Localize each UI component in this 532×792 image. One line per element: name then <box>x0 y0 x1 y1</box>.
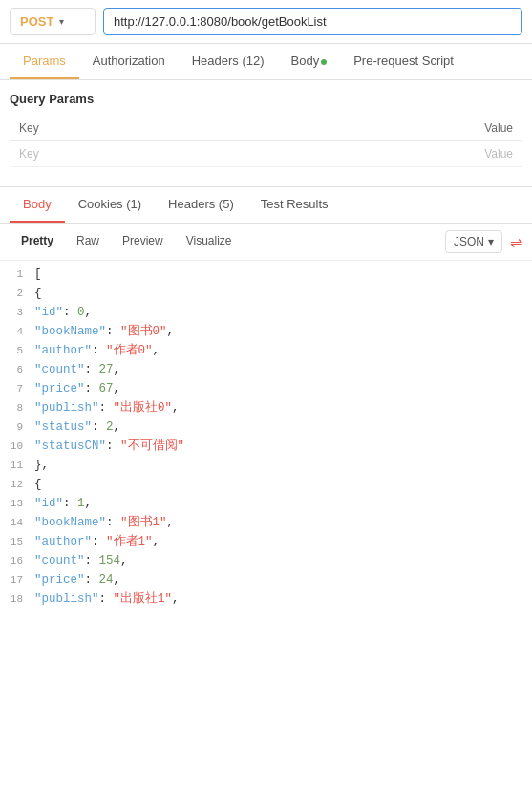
line-number: 9 <box>4 419 34 437</box>
line-number: 14 <box>4 515 34 532</box>
line-content: "price": 24, <box>34 570 528 589</box>
line-number: 6 <box>4 362 34 379</box>
tab-params[interactable]: Params <box>10 44 79 79</box>
tab-authorization[interactable]: Authorization <box>79 44 179 79</box>
line-content: "author": "作者0", <box>34 341 528 360</box>
line-content: { <box>34 475 528 494</box>
line-number: 3 <box>4 305 34 322</box>
json-line: 16 "count": 154, <box>0 551 532 570</box>
response-tabs-row: Body Cookies (1) Headers (5) Test Result… <box>0 187 532 224</box>
tab-prerequest[interactable]: Pre-request Script <box>340 44 467 79</box>
json-line: 18 "publish": "出版社1", <box>0 589 532 609</box>
params-placeholder-row: Key Value <box>10 141 522 167</box>
json-line: 6 "count": 27, <box>0 360 532 379</box>
line-number: 13 <box>4 496 34 513</box>
line-content: [ <box>34 265 528 284</box>
line-content: "publish": "出版社1", <box>34 589 528 609</box>
line-number: 2 <box>4 286 34 303</box>
view-pretty[interactable]: Pretty <box>10 229 65 254</box>
response-tab-headers[interactable]: Headers (5) <box>155 187 247 223</box>
json-line: 5 "author": "作者0", <box>0 341 532 360</box>
line-number: 10 <box>4 439 34 456</box>
line-content: "count": 27, <box>34 360 528 379</box>
json-line: 8 "publish": "出版社0", <box>0 398 532 417</box>
query-params-section: Query Params Key Value Key Value <box>0 80 532 167</box>
json-line: 17 "price": 24, <box>0 570 532 589</box>
json-line: 2 { <box>0 284 532 303</box>
json-line: 3 "id": 0, <box>0 303 532 322</box>
json-line: 14 "bookName": "图书1", <box>0 513 532 532</box>
query-params-title: Query Params <box>10 92 522 106</box>
json-line: 12 { <box>0 475 532 494</box>
view-raw[interactable]: Raw <box>65 229 111 254</box>
view-visualize[interactable]: Visualize <box>175 229 244 254</box>
response-tab-body[interactable]: Body <box>10 187 65 223</box>
line-number: 1 <box>4 267 34 284</box>
json-line: 7 "price": 67, <box>0 379 532 398</box>
json-line: 1[ <box>0 265 532 284</box>
line-number: 15 <box>4 534 34 551</box>
json-line: 13 "id": 1, <box>0 494 532 513</box>
line-number: 17 <box>4 572 34 589</box>
line-content: "status": 2, <box>34 417 528 437</box>
line-number: 18 <box>4 591 34 609</box>
line-content: "bookName": "图书0", <box>34 322 528 341</box>
line-content: "publish": "出版社0", <box>34 398 528 417</box>
params-table: Key Value Key Value <box>10 116 522 167</box>
format-select[interactable]: JSON ▾ <box>445 230 502 253</box>
line-content: "count": 154, <box>34 551 528 570</box>
format-label: JSON <box>454 235 484 248</box>
line-number: 12 <box>4 477 34 494</box>
line-content: "price": 67, <box>34 379 528 398</box>
params-value-placeholder[interactable]: Value <box>369 141 522 167</box>
format-chevron-icon: ▾ <box>488 235 494 248</box>
params-value-header: Value <box>369 116 522 141</box>
tab-headers[interactable]: Headers (12) <box>179 44 278 79</box>
request-tabs-row: Params Authorization Headers (12) Body P… <box>0 44 532 80</box>
response-tab-cookies[interactable]: Cookies (1) <box>65 187 155 223</box>
json-line: 11 }, <box>0 456 532 475</box>
line-number: 11 <box>4 458 34 475</box>
json-viewer: 1[2 {3 "id": 0,4 "bookName": "图书0",5 "au… <box>0 261 532 612</box>
wrap-icon[interactable]: ⇌ <box>510 233 522 251</box>
line-number: 4 <box>4 324 34 341</box>
body-dot-indicator <box>321 59 327 65</box>
json-line: 9 "status": 2, <box>0 417 532 437</box>
method-label: POST <box>20 14 53 29</box>
line-content: { <box>34 284 528 303</box>
chevron-down-icon: ▾ <box>59 16 64 27</box>
line-content: "id": 0, <box>34 303 528 322</box>
tab-body[interactable]: Body <box>278 44 341 79</box>
view-bar: Pretty Raw Preview Visualize JSON ▾ ⇌ <box>0 224 532 261</box>
tab-headers-label: Headers (12) <box>192 54 265 68</box>
params-key-placeholder[interactable]: Key <box>10 141 369 167</box>
response-tab-testresults[interactable]: Test Results <box>247 187 342 223</box>
line-number: 5 <box>4 343 34 360</box>
view-preview[interactable]: Preview <box>111 229 175 254</box>
line-number: 8 <box>4 400 34 417</box>
line-content: "id": 1, <box>34 494 528 513</box>
params-key-header: Key <box>10 116 369 141</box>
line-content: }, <box>34 456 528 475</box>
line-content: "statusCN": "不可借阅" <box>34 437 528 456</box>
json-line: 15 "author": "作者1", <box>0 532 532 551</box>
line-content: "bookName": "图书1", <box>34 513 528 532</box>
top-bar: POST ▾ <box>0 0 532 44</box>
json-line: 10 "statusCN": "不可借阅" <box>0 437 532 456</box>
line-number: 16 <box>4 553 34 570</box>
line-content: "author": "作者1", <box>34 532 528 551</box>
line-number: 7 <box>4 381 34 398</box>
method-select[interactable]: POST ▾ <box>10 8 96 35</box>
url-input[interactable] <box>103 8 522 35</box>
json-line: 4 "bookName": "图书0", <box>0 322 532 341</box>
